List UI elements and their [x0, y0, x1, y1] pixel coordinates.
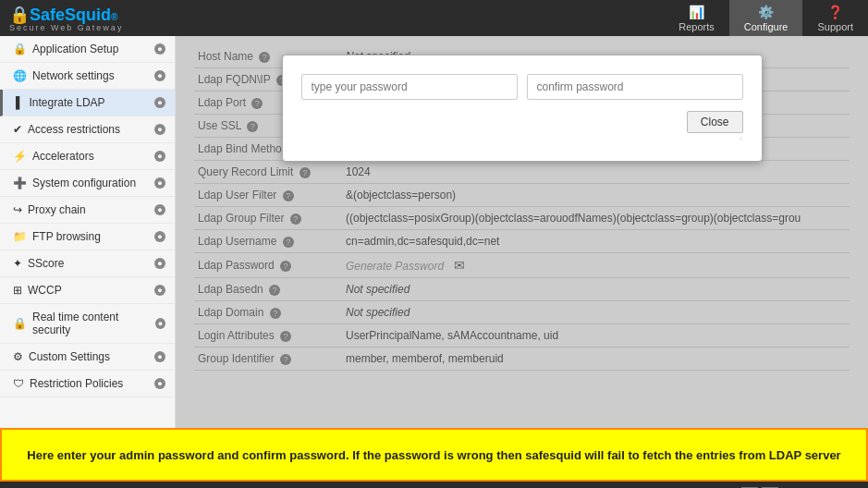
sidebar-item-label: Proxy chain [28, 203, 86, 216]
bar-icon: ▌ [16, 96, 24, 109]
wccp-icon: ⊞ [13, 284, 22, 297]
banner-text: Here enter your admin password and confi… [27, 448, 840, 462]
help-dot: ● [154, 285, 165, 296]
bolt-icon: ⚡ [13, 150, 27, 163]
sidebar-item-label: Network settings [32, 69, 115, 82]
help-dot: ● [154, 351, 165, 362]
reports-label: Reports [679, 21, 715, 32]
sidebar-item-custom-settings[interactable]: ⚙ Custom Settings ● [0, 344, 175, 371]
logo-sub: Secure Web Gateway [9, 23, 123, 32]
sidebar-item-integrate-ldap[interactable]: ▌ Integrate LDAP ● [0, 90, 175, 116]
modal-close-button[interactable]: Close [687, 111, 743, 133]
header-nav: 📊 Reports ⚙️ Configure ❓ Support [664, 0, 868, 36]
support-icon: ❓ [827, 5, 843, 19]
help-dot: ● [154, 258, 165, 269]
password-modal: Close ⬦ [282, 55, 763, 162]
custom-icon: ⚙ [13, 350, 23, 363]
configure-label: Configure [744, 21, 789, 32]
sidebar-item-label: Access restrictions [28, 123, 120, 136]
modal-inputs [301, 74, 743, 100]
nav-reports[interactable]: 📊 Reports [664, 0, 729, 36]
help-dot: ● [154, 231, 165, 242]
logo-text: 🔒SafeSquid® [9, 6, 117, 24]
sidebar-item-label: Real time content security [32, 311, 150, 336]
modal-resize-handle[interactable]: ⬦ [301, 133, 743, 142]
sidebar-item-realtime-content[interactable]: 🔒 Real time content security ● [0, 304, 175, 344]
main-layout: 🔒 Application Setup ● 🌐 Network settings… [0, 36, 868, 428]
sidebar-item-restriction-policies[interactable]: 🛡 Restriction Policies ● [0, 371, 175, 397]
bottom-banner: Here enter your admin password and confi… [0, 428, 868, 482]
reports-icon: 📊 [689, 5, 704, 19]
sidebar-item-wccp[interactable]: ⊞ WCCP ● [0, 277, 175, 304]
sidebar-item-label: Accelerators [32, 150, 94, 163]
logo: 🔒SafeSquid® Secure Web Gateway [0, 0, 176, 36]
sidebar-item-access-restrictions[interactable]: ✔ Access restrictions ● [0, 116, 175, 143]
sidebar-item-label: FTP browsing [32, 230, 101, 243]
help-dot: ● [154, 378, 165, 389]
modal-overlay: Close ⬦ [176, 36, 868, 428]
help-dot: ● [155, 318, 165, 329]
ftp-icon: 📁 [13, 230, 27, 243]
sidebar-item-ftp-browsing[interactable]: 📁 FTP browsing ● [0, 224, 175, 250]
sidebar-item-proxy-chain[interactable]: ↪ Proxy chain ● [0, 197, 175, 224]
sidebar-item-label: Custom Settings [29, 350, 110, 363]
star-icon: ✦ [13, 257, 22, 270]
sidebar-item-label: Application Setup [32, 43, 118, 55]
help-dot: ● [154, 151, 165, 162]
help-dot: ● [154, 177, 165, 189]
help-dot: ● [154, 70, 165, 81]
sidebar-item-accelerators[interactable]: ⚡ Accelerators ● [0, 143, 175, 170]
help-dot: ● [154, 43, 165, 55]
gear-icon: ➕ [13, 177, 27, 189]
modal-actions: Close [301, 111, 743, 133]
support-label: Support [817, 21, 853, 32]
sidebar-item-system-config[interactable]: ➕ System configuration ● [0, 170, 175, 197]
sidebar-item-application-setup[interactable]: 🔒 Application Setup ● [0, 36, 175, 63]
password-input[interactable] [301, 74, 518, 100]
sidebar-item-label: System configuration [32, 177, 136, 189]
nav-configure[interactable]: ⚙️ Configure [729, 0, 803, 36]
arrow-icon: ↪ [13, 203, 22, 216]
nav-support[interactable]: ❓ Support [802, 0, 868, 36]
help-dot: ● [154, 204, 165, 215]
help-dot: ● [154, 124, 165, 135]
sidebar-item-label: WCCP [28, 284, 62, 297]
sidebar-item-sscore[interactable]: ✦ SScore ● [0, 250, 175, 277]
header: 🔒SafeSquid® Secure Web Gateway 📊 Reports… [0, 0, 868, 36]
check-icon: ✔ [13, 123, 22, 136]
sidebar-item-network-settings[interactable]: 🌐 Network settings ● [0, 63, 175, 90]
sidebar-item-label: SScore [28, 257, 64, 270]
configure-icon: ⚙️ [758, 5, 774, 19]
shield-icon: 🔒 [13, 317, 27, 330]
sidebar: 🔒 Application Setup ● 🌐 Network settings… [0, 36, 176, 428]
sidebar-item-label: Integrate LDAP [30, 96, 105, 109]
status-bar: Thu Jun 01 2017 15:43:04 GMT+0530 (India… [0, 482, 868, 488]
policy-icon: 🛡 [13, 377, 24, 390]
lock-icon: 🔒 [13, 43, 27, 55]
confirm-password-input[interactable] [527, 74, 743, 100]
main-content: Host Name ? Not specified Ldap FQDN\IP ?… [176, 36, 868, 428]
sidebar-item-label: Restriction Policies [30, 377, 123, 390]
help-dot: ● [154, 97, 165, 108]
network-icon: 🌐 [13, 69, 27, 82]
